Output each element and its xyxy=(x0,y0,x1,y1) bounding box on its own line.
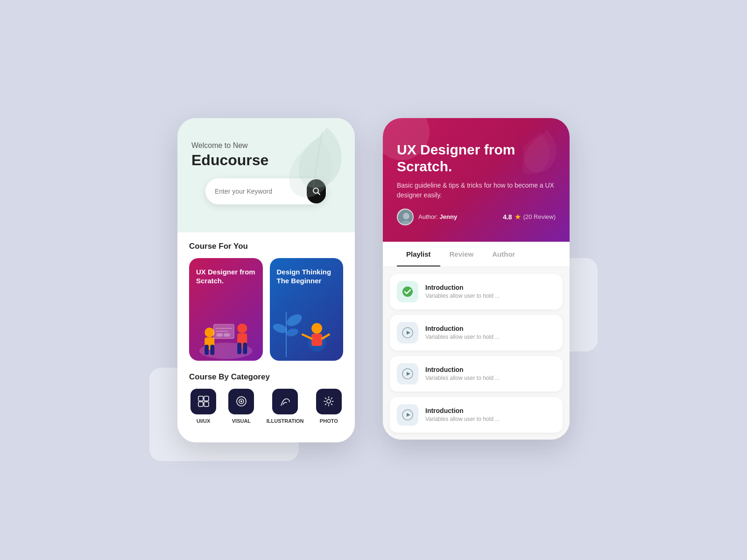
course-card-design-title: Design Thinking The Beginner xyxy=(277,267,344,286)
playlist-title-1: Introduction xyxy=(425,284,556,291)
svg-marker-51 xyxy=(407,413,410,417)
tabs-bar: Playlist Review Author xyxy=(383,242,570,267)
uiux-label: UI/UX xyxy=(197,418,210,424)
right-phone: UX Designer from Scratch. Basic guidelin… xyxy=(383,118,570,440)
svg-line-40 xyxy=(331,398,332,399)
svg-rect-19 xyxy=(311,334,322,346)
playlist-icon-4 xyxy=(397,404,418,426)
playlist-title-2: Introduction xyxy=(425,325,556,332)
svg-rect-27 xyxy=(204,396,209,401)
svg-line-24 xyxy=(303,334,311,338)
svg-point-43 xyxy=(403,213,409,219)
playlist-desc-1: Variables allow user to hold ... xyxy=(425,293,556,299)
visual-label: VISUAL xyxy=(232,418,251,424)
playlist-item-1[interactable]: Introduction Variables allow user to hol… xyxy=(390,274,563,309)
svg-point-4 xyxy=(204,327,214,337)
courses-section-title: Course For You xyxy=(189,242,343,251)
author-row: Author: Jenny 4.8 ★ (20 Review) xyxy=(397,209,556,225)
author-name-bold: Jenny xyxy=(440,213,458,220)
author-avatar xyxy=(397,209,414,225)
phones-wrapper: Welcome to New Educourse Course For You xyxy=(177,118,570,442)
app-name: Educourse xyxy=(191,152,341,169)
svg-point-8 xyxy=(237,323,247,333)
svg-rect-11 xyxy=(243,343,247,354)
category-uiux[interactable]: UI/UX xyxy=(190,389,216,424)
playlist-title-3: Introduction xyxy=(425,366,556,373)
svg-line-41 xyxy=(325,404,326,405)
tab-playlist[interactable]: Playlist xyxy=(397,242,440,266)
svg-rect-7 xyxy=(211,344,215,355)
illustration-icon xyxy=(272,389,298,414)
svg-line-38 xyxy=(325,398,326,399)
right-phone-body: Playlist Review Author xyxy=(383,242,570,440)
svg-point-45 xyxy=(402,287,413,297)
left-phone-header: Welcome to New Educourse xyxy=(177,118,355,232)
playlist-info-2: Introduction Variables allow user to hol… xyxy=(425,325,556,340)
playlist-item-3[interactable]: Introduction Variables allow user to hol… xyxy=(390,356,563,392)
playlist-icon-1 xyxy=(397,281,418,302)
svg-point-18 xyxy=(311,323,322,334)
course-card-ux[interactable]: UX Designer from Scratch. xyxy=(189,258,263,361)
playlist-desc-4: Variables allow user to hold ... xyxy=(425,416,556,422)
svg-rect-16 xyxy=(224,333,230,336)
svg-point-32 xyxy=(240,400,242,402)
course-design-illustration xyxy=(270,300,344,361)
categories-row: UI/UX VISUAL xyxy=(189,389,343,424)
right-phone-wrapper: UX Designer from Scratch. Basic guidelin… xyxy=(383,118,570,440)
rating-number: 4.8 xyxy=(503,213,512,221)
playlist-info-1: Introduction Variables allow user to hol… xyxy=(425,284,556,299)
playlist-info-4: Introduction Variables allow user to hol… xyxy=(425,407,556,422)
rating-row: 4.8 ★ (20 Review) xyxy=(503,212,556,221)
course-card-design[interactable]: Design Thinking The Beginner xyxy=(270,258,344,361)
svg-point-21 xyxy=(285,312,304,329)
review-count: (20 Review) xyxy=(523,213,556,220)
svg-rect-6 xyxy=(204,344,209,355)
svg-rect-29 xyxy=(204,402,209,406)
categories-section-title: Course By Categorey xyxy=(189,372,343,382)
playlist-items: Introduction Variables allow user to hol… xyxy=(383,267,570,440)
svg-marker-49 xyxy=(407,372,410,376)
playlist-icon-3 xyxy=(397,363,418,385)
welcome-text: Welcome to New xyxy=(191,141,341,150)
courses-row: UX Designer from Scratch. xyxy=(189,258,343,361)
playlist-item-4[interactable]: Introduction Variables allow user to hol… xyxy=(390,397,563,433)
star-icon: ★ xyxy=(514,212,521,221)
svg-line-39 xyxy=(331,404,332,405)
category-photo[interactable]: PHOTO xyxy=(316,389,342,424)
playlist-desc-3: Variables allow user to hold ... xyxy=(425,375,556,381)
playlist-title-4: Introduction xyxy=(425,407,556,414)
photo-icon xyxy=(316,389,342,414)
svg-rect-26 xyxy=(198,396,203,401)
visual-icon xyxy=(228,389,254,414)
playlist-desc-2: Variables allow user to hold ... xyxy=(425,334,556,340)
uiux-icon xyxy=(190,389,216,414)
course-main-title: UX Designer from Scratch. xyxy=(397,141,556,175)
svg-point-33 xyxy=(327,399,331,403)
illustration-label: ILLUSTRATION xyxy=(267,418,304,424)
svg-rect-15 xyxy=(217,333,223,336)
photo-label: PHOTO xyxy=(320,418,338,424)
playlist-icon-2 xyxy=(397,322,418,343)
tab-review[interactable]: Review xyxy=(440,242,483,266)
left-phone-wrapper: Welcome to New Educourse Course For You xyxy=(177,118,355,442)
svg-rect-28 xyxy=(198,402,203,406)
left-phone-body: Course For You UX Designer from Scratch. xyxy=(177,232,355,442)
playlist-item-2[interactable]: Introduction Variables allow user to hol… xyxy=(390,315,563,350)
course-card-ux-title: UX Designer from Scratch. xyxy=(196,267,263,286)
categories-section: Course By Categorey UI xyxy=(189,372,343,424)
course-description: Basic guideline & tips & tricks for how … xyxy=(397,181,556,200)
svg-point-23 xyxy=(285,327,299,337)
author-label-text: Author: Jenny xyxy=(418,213,457,220)
svg-marker-47 xyxy=(407,331,410,335)
left-phone: Welcome to New Educourse Course For You xyxy=(177,118,355,442)
category-visual[interactable]: VISUAL xyxy=(228,389,254,424)
tab-author[interactable]: Author xyxy=(483,242,524,266)
right-phone-header: UX Designer from Scratch. Basic guidelin… xyxy=(383,118,570,242)
playlist-info-3: Introduction Variables allow user to hol… xyxy=(425,366,556,381)
category-illustration[interactable]: ILLUSTRATION xyxy=(267,389,304,424)
svg-rect-10 xyxy=(237,343,241,354)
course-ux-illustration xyxy=(189,300,263,361)
